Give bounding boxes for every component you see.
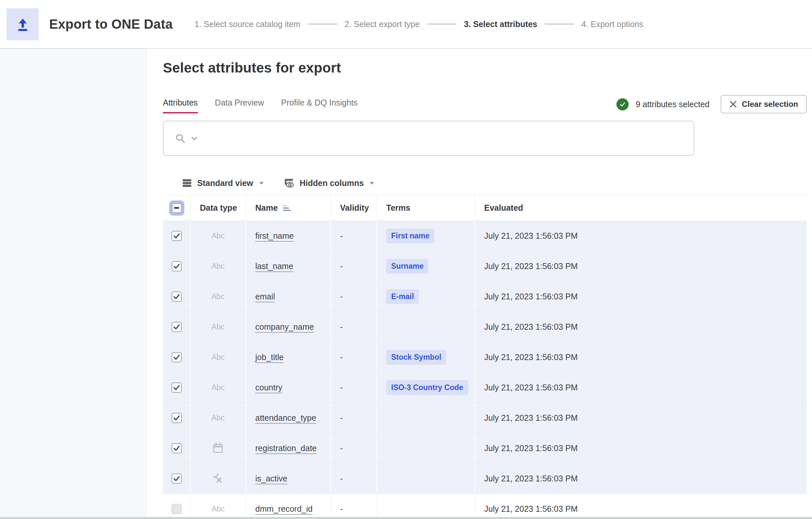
tab-data-preview[interactable]: Data Preview xyxy=(215,98,264,113)
terms-cell: Stock Symbol xyxy=(377,342,475,372)
calendar-icon xyxy=(212,442,224,455)
left-sidebar xyxy=(0,49,147,519)
data-type-cell: Abc xyxy=(191,221,246,251)
sort-bars-icon xyxy=(283,205,291,211)
export-wizard-page: Export to ONE Data 1. Select source cata… xyxy=(0,0,812,519)
column-header-data-type: Data type xyxy=(191,195,246,221)
tab-profile-dq-insights[interactable]: Profile & DQ Insights xyxy=(281,98,357,113)
attribute-name-link[interactable]: is_active xyxy=(255,474,287,483)
table-row[interactable]: Abcfirst_name-First nameJuly 21, 2023 1:… xyxy=(163,221,807,251)
term-chip[interactable]: E-mail xyxy=(386,289,419,304)
table-body: Abcfirst_name-First nameJuly 21, 2023 1:… xyxy=(163,221,807,519)
abc-text: Abc xyxy=(211,383,225,392)
row-checkbox[interactable] xyxy=(172,291,182,302)
caret-down-icon xyxy=(259,180,264,186)
abc-text: Abc xyxy=(211,322,225,331)
row-checkbox[interactable] xyxy=(172,322,182,332)
column-header-validity: Validity xyxy=(331,195,377,221)
export-tile xyxy=(7,8,38,40)
table-row[interactable]: Abclast_name-SurnameJuly 21, 2023 1:56:0… xyxy=(163,251,807,282)
table-row[interactable]: Abcemail-E-mailJuly 21, 2023 1:56:03 PM xyxy=(163,282,807,312)
column-header-name[interactable]: Name xyxy=(246,195,331,221)
row-checkbox[interactable] xyxy=(172,443,182,453)
data-type-cell: Abc xyxy=(191,403,246,433)
attribute-name-link[interactable]: dmm_record_id xyxy=(255,504,313,514)
tabs-row: AttributesData PreviewProfile & DQ Insig… xyxy=(163,95,807,116)
evaluated-timestamp: July 21, 2023 1:56:03 PM xyxy=(484,474,578,483)
caret-down-icon xyxy=(369,180,375,186)
validity-value: - xyxy=(340,413,343,423)
row-checkbox[interactable] xyxy=(172,382,182,393)
table-row[interactable]: Abccountry-ISO-3 Country CodeJuly 21, 20… xyxy=(163,373,807,403)
row-checkbox[interactable] xyxy=(172,352,182,363)
attribute-name-link[interactable]: last_name xyxy=(255,261,293,271)
search-input[interactable] xyxy=(203,123,694,154)
view-selector[interactable]: Standard view xyxy=(182,178,264,188)
attribute-name-link[interactable]: job_title xyxy=(255,352,284,362)
table-header-row: Data type Name Validity Terms Evaluated xyxy=(163,195,807,221)
attribute-name-link[interactable]: attendance_type xyxy=(255,413,316,423)
indeterminate-mark xyxy=(174,207,179,209)
attribute-name-link[interactable]: first_name xyxy=(255,231,294,241)
wizard-step: 3. Select attributes xyxy=(464,20,537,29)
abc-text: Abc xyxy=(211,231,225,240)
clear-selection-button[interactable]: Clear selection xyxy=(721,95,807,113)
evaluated-timestamp: July 21, 2023 1:56:03 PM xyxy=(484,383,578,393)
bottom-edge xyxy=(0,517,812,519)
validity-value: - xyxy=(340,443,343,453)
term-chip[interactable]: Surname xyxy=(386,259,429,274)
abc-text: Abc xyxy=(211,413,225,423)
tab-attributes[interactable]: Attributes xyxy=(163,98,198,113)
step-connector xyxy=(427,23,457,25)
attribute-name-link[interactable]: country xyxy=(255,383,282,393)
table-row[interactable]: Abcjob_title-Stock SymbolJuly 21, 2023 1… xyxy=(163,342,807,373)
terms-cell: First name xyxy=(377,221,475,251)
step-connector xyxy=(545,23,574,25)
step-connector xyxy=(308,23,338,25)
data-type-cell: Abc xyxy=(191,282,246,312)
table-toolbar: Standard view Hidden columns xyxy=(163,171,807,195)
row-checkbox[interactable] xyxy=(172,504,182,514)
select-all-checkbox[interactable] xyxy=(169,200,184,215)
column-header-evaluated: Evaluated xyxy=(475,195,807,221)
row-checkbox[interactable] xyxy=(172,413,182,423)
data-type-cell xyxy=(191,433,246,463)
evaluated-timestamp: July 21, 2023 1:56:03 PM xyxy=(484,443,578,453)
chevron-down-icon[interactable] xyxy=(191,135,198,142)
table-row[interactable]: Abcattendance_type-July 21, 2023 1:56:03… xyxy=(163,403,807,433)
abc-text: Abc xyxy=(211,353,225,362)
abc-text: Abc xyxy=(211,292,225,301)
table-row[interactable]: Abcdmm_record_id-July 21, 2023 1:56:03 P… xyxy=(163,494,807,519)
data-type-cell: Abc xyxy=(191,342,246,372)
term-chip[interactable]: Stock Symbol xyxy=(386,350,446,365)
data-type-cell: Abc xyxy=(191,494,246,519)
validity-value: - xyxy=(340,383,343,393)
attribute-name-link[interactable]: company_name xyxy=(255,322,314,332)
search-icon xyxy=(175,133,186,144)
row-checkbox[interactable] xyxy=(172,261,182,271)
selection-status: 9 attributes selected Clear selection xyxy=(616,95,807,116)
term-chip[interactable]: First name xyxy=(386,229,434,243)
section-heading: Select attributes for export xyxy=(163,60,812,76)
table-row[interactable]: is_active-July 21, 2023 1:56:03 PM xyxy=(163,464,807,494)
data-type-cell: Abc xyxy=(191,251,246,281)
evaluated-timestamp: July 21, 2023 1:56:03 PM xyxy=(484,261,578,271)
evaluated-timestamp: July 21, 2023 1:56:03 PM xyxy=(484,292,578,301)
terms-cell xyxy=(377,312,475,342)
attribute-name-link[interactable]: email xyxy=(255,292,275,301)
row-checkbox[interactable] xyxy=(172,231,182,241)
table-row[interactable]: Abccompany_name-July 21, 2023 1:56:03 PM xyxy=(163,312,807,342)
row-checkbox[interactable] xyxy=(172,473,182,484)
wizard-step: 4. Export options xyxy=(581,20,643,29)
abc-text: Abc xyxy=(211,262,225,271)
validity-value: - xyxy=(340,504,343,514)
terms-cell xyxy=(377,464,475,494)
table-row[interactable]: registration_date-July 21, 2023 1:56:03 … xyxy=(163,433,807,464)
term-chip[interactable]: ISO-3 Country Code xyxy=(386,380,468,395)
data-type-cell xyxy=(191,464,246,494)
hidden-columns-selector[interactable]: Hidden columns xyxy=(283,177,375,189)
wizard-stepper: 1. Select source catalog item2. Select e… xyxy=(195,20,643,29)
ruler-eye-icon xyxy=(283,177,294,189)
attributes-table: Data type Name Validity Terms Evaluated … xyxy=(163,195,807,519)
attribute-name-link[interactable]: registration_date xyxy=(255,443,317,453)
